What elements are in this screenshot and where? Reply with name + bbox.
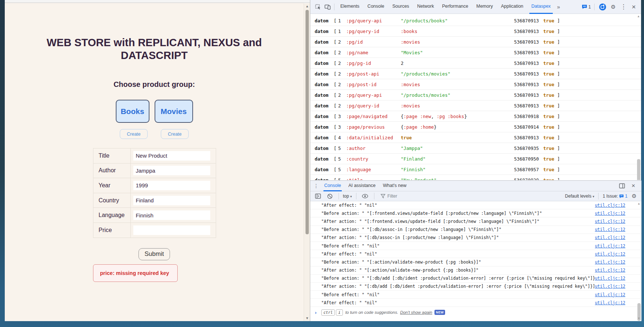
settings-gear-icon[interactable]: ⚙ [609,4,618,10]
console-source-link[interactable]: util.cljc:12 [595,211,625,216]
devtools-tab-performance[interactable]: Performance [438,0,473,14]
devtools-tab-sources[interactable]: Sources [388,0,413,14]
datom-value: "Finnish" [401,167,511,172]
datom-row[interactable]: datom[2:pg/query-api"/products/movies"53… [310,90,641,100]
datom-close-bracket: ] [557,71,562,77]
form-input-country[interactable] [133,196,210,205]
console-source-link[interactable]: util.cljc:12 [595,243,625,249]
movies-button[interactable]: Movies [155,100,193,123]
console-source-link[interactable]: util.cljc:12 [595,268,625,273]
drawer-menu-icon[interactable]: ⋮ [312,183,321,189]
create-movies-button[interactable]: Create [161,129,189,139]
extension-status-icon[interactable] [598,2,607,12]
devtools-menu-icon[interactable]: ⋮ [619,3,628,11]
form-input-author[interactable] [133,166,210,175]
form-input-cell [131,208,216,223]
datom-row[interactable]: datom[2:pg/pg-id2536870913true] [310,58,641,69]
scroll-up-icon[interactable]: ▲ [637,202,640,205]
issues-counter[interactable]: 1 Issue: 1 [603,194,628,199]
console-log-text: "After effect: " "nil" [310,203,595,208]
live-expression-eye-icon[interactable] [360,191,370,201]
submit-button[interactable]: Submit [138,248,170,260]
datom-row[interactable]: datom[3:page/navigated{:page :new, :pg :… [310,111,641,122]
datom-entity: 1 [338,18,346,23]
console-source-link[interactable]: util.cljc:12 [595,300,625,305]
datom-row[interactable]: datom[2:pg/id:movies536870913true] [310,37,641,47]
datom-entity: 4 [338,135,346,140]
console-prompt-chevron-icon[interactable]: › [310,310,321,315]
console-settings-gear-icon[interactable]: ⚙ [630,193,639,199]
form-input-year[interactable] [133,181,210,190]
form-input-price[interactable] [133,225,210,235]
more-tabs-icon[interactable]: » [555,4,562,10]
console-filter-input[interactable] [388,194,534,199]
datom-value: "Jamppa" [401,146,511,151]
devtools-tab-application[interactable]: Application [497,0,527,14]
drawer-tab-what-s-new[interactable]: What's new [379,181,410,191]
dock-side-icon[interactable] [617,181,627,191]
console-log-text: "After action: " "[:action/validate-new-… [310,268,595,273]
scroll-up-icon[interactable]: ▲ [304,4,310,8]
scroll-up-icon[interactable]: ▲ [637,15,640,18]
datom-row[interactable]: datom[5:language"Finnish"536870957true] [310,164,641,175]
inspect-element-icon[interactable] [313,2,323,12]
datom-added-flag: true [543,50,557,55]
clear-console-icon[interactable] [325,191,334,201]
datom-value: {:page :home} [401,124,511,130]
issues-counter[interactable]: 1 [582,4,591,10]
device-toolbar-icon[interactable] [323,2,332,12]
console-source-link[interactable]: util.cljc:12 [595,203,625,208]
console-source-link[interactable]: util.cljc:12 [595,227,625,232]
form-input-title[interactable] [133,151,210,161]
scroll-down-icon[interactable]: ▼ [637,317,640,320]
scroll-down-icon[interactable]: ▼ [304,316,310,320]
console-sidebar-icon[interactable] [313,191,323,201]
close-drawer-icon[interactable]: × [629,182,638,190]
devtools-tab-dataspex[interactable]: Dataspex [528,0,555,14]
dont-show-again-link[interactable]: Don't show again [400,310,432,315]
console-source-link[interactable]: util.cljc:12 [595,260,625,265]
datom-value: 2 [401,60,511,66]
create-books-button[interactable]: Create [120,129,148,139]
drawer-tab-console[interactable]: Console [321,181,345,191]
dataspex-scrollbar-thumb[interactable] [637,159,640,180]
datom-row[interactable]: datom[3:page/previous{:page :home}536870… [310,122,641,132]
form-input-language[interactable] [133,210,210,220]
validation-error-message: price: missing required key [93,264,178,282]
close-devtools-icon[interactable]: × [629,3,638,11]
datom-attribute: :pg/post-api [346,71,401,77]
drawer-tab-ai-assistance[interactable]: AI assistance [345,181,379,191]
console-source-link[interactable]: util.cljc:12 [595,251,625,257]
datom-added-flag: true [543,167,557,172]
console-source-link[interactable]: util.cljc:12 [595,276,625,281]
datom-row[interactable]: datom[5:country"Finland"536870950true] [310,154,641,164]
devtools-tab-console[interactable]: Console [363,0,388,14]
datom-row[interactable]: datom[1:pg/query-api"/products/books"536… [310,15,641,26]
console-log-row: "Before effect: " "nil"util.cljc:12 [310,291,641,299]
console-source-link[interactable]: util.cljc:12 [595,235,625,240]
devtools-tab-elements[interactable]: Elements [336,0,363,14]
page-scrollbar-thumb[interactable] [306,10,309,234]
datom-close-bracket: ] [557,114,562,119]
datom-row[interactable]: datom[4:data/initializedtrue536870913tru… [310,132,641,143]
datom-row[interactable]: datom[2:pg/post-id:movies536870913true] [310,79,641,90]
choose-group-heading: Choose product group: [5,80,304,89]
console-source-link[interactable]: util.cljc:12 [595,292,625,297]
page-scrollbar[interactable]: ▲ ▼ [304,3,310,321]
datom-row[interactable]: datom[2:pg/name"Movies"536870913true] [310,47,641,58]
datom-attribute: :data/initialized [346,135,401,140]
datom-row[interactable]: datom[2:pg/post-api"/products/movies"536… [310,69,641,79]
devtools-tab-memory[interactable]: Memory [472,0,497,14]
context-selector[interactable]: top ▾ [343,194,352,199]
datom-row[interactable]: datom[2:pg/query-id:movies536870913true] [310,100,641,111]
datom-row[interactable]: datom[1:pg/query-id:books536870913true] [310,26,641,37]
console-source-link[interactable]: util.cljc:12 [595,219,625,224]
devtools-tab-network[interactable]: Network [413,0,438,14]
log-levels-selector[interactable]: Default levels ▾ [565,194,594,199]
books-button[interactable]: Books [116,100,149,123]
datom-row[interactable]: datom[5:author"Jamppa"536870935true] [310,143,641,154]
drawer-tabs: ConsoleAI assistanceWhat's new [321,181,410,191]
console-source-link[interactable]: util.cljc:12 [595,284,625,289]
datom-attribute: :language [346,167,401,172]
datom-row[interactable]: datom[5:title"New Product"536870929true] [310,175,641,180]
